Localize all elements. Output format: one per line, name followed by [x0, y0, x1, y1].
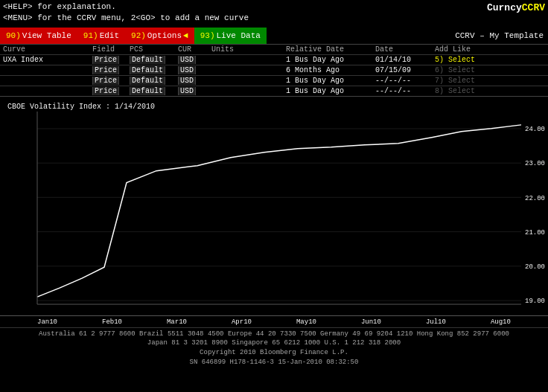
col-cur: CUR — [176, 45, 210, 54]
brand-ccrv: CCRV — [522, 2, 545, 13]
col-field: Field — [91, 45, 128, 54]
col-date: Date — [374, 45, 433, 54]
footer: Australia 61 2 9777 8600 Brazil 5511 304… — [0, 327, 548, 368]
tab-options[interactable]: 92) Options ◄ — [125, 28, 194, 44]
xaxis-may: May10 — [296, 318, 316, 326]
footer-row-2: Japan 81 3 3201 8900 Singapore 65 6212 1… — [3, 338, 545, 348]
svg-text:21.00: 21.00 — [525, 229, 545, 237]
brand: CurncyCCRV — [487, 1, 545, 15]
cell-select-1[interactable]: 5) Select — [433, 56, 485, 64]
svg-text:20.00: 20.00 — [525, 263, 545, 271]
cell-pcs-3: Default — [128, 77, 176, 85]
cell-date-4: --/--/-- — [374, 87, 433, 95]
cell-select-3[interactable]: 7) Select — [433, 77, 485, 85]
cell-reldate-3: 1 Bus Day Ago — [284, 77, 374, 85]
cell-reldate-1: 1 Bus Day Ago — [284, 56, 374, 64]
header-line2: <MENU> for the CCRV menu, 2<GO> to add a… — [3, 13, 545, 24]
tab-91-number: 91) — [83, 31, 98, 40]
tab-93-number: 93) — [200, 31, 215, 40]
tab-92-number: 92) — [131, 31, 146, 40]
table-header: Curve Field PCS CUR Units Relative Date … — [0, 44, 548, 54]
xaxis-jun: Jun10 — [361, 318, 381, 326]
col-rel-date: Relative Date — [284, 45, 374, 54]
tab-92-separator: ◄ — [183, 31, 188, 40]
svg-text:23.00: 23.00 — [525, 160, 545, 167]
xaxis-jan: Jan10 — [37, 318, 57, 326]
svg-text:19.00: 19.00 — [525, 298, 545, 305]
xaxis-feb: Feb10 — [102, 318, 122, 326]
cell-field-3: Price — [91, 77, 128, 85]
table-row: Price Default USD 6 Months Ago 07/15/09 … — [0, 65, 548, 75]
tab-92-label: Options — [147, 31, 182, 40]
cell-date-3: --/--/-- — [374, 77, 433, 85]
tab-edit[interactable]: 91) Edit — [77, 28, 125, 44]
cell-curve-1: UXA Index — [1, 56, 91, 64]
select-button-4[interactable]: 8) Select — [435, 87, 475, 95]
select-button-3[interactable]: 7) Select — [435, 77, 475, 85]
footer-row-3: Copyright 2010 Bloomberg Finance L.P. — [3, 348, 545, 358]
col-units: Units — [210, 45, 284, 54]
table-row: Price Default USD 1 Bus Day Ago --/--/--… — [0, 86, 548, 96]
cell-date-1: 01/14/10 — [374, 56, 433, 64]
xaxis-mar: Mar10 — [167, 318, 187, 326]
col-curve: Curve — [1, 45, 91, 54]
col-add-like: Add Like — [433, 45, 485, 54]
table-row: Price Default USD 1 Bus Day Ago --/--/--… — [0, 75, 548, 86]
cell-reldate-2: 6 Months Ago — [284, 66, 374, 74]
xaxis-bar: Jan10 Feb10 Mar10 Apr10 May10 Jun10 Jul1… — [0, 315, 548, 327]
cell-pcs-4: Default — [128, 87, 176, 95]
footer-row-1: Australia 61 2 9777 8600 Brazil 5511 304… — [3, 330, 545, 339]
tab-90-number: 90) — [6, 31, 21, 40]
col-pcs: PCS — [128, 45, 176, 54]
cell-cur-2: USD — [176, 66, 210, 74]
footer-row-4: SN 646899 H178-1146-3 15-Jan-2010 08:32:… — [3, 358, 545, 367]
tab-90-label: View Table — [22, 31, 71, 40]
brand-curncy: Curncy — [487, 2, 522, 13]
xaxis-apr: Apr10 — [232, 318, 252, 326]
cell-cur-1: USD — [176, 56, 210, 64]
tab-view-table[interactable]: 90) View Table — [0, 28, 77, 44]
cell-date-2: 07/15/09 — [374, 66, 433, 74]
cell-pcs-2: Default — [128, 66, 176, 74]
chart-svg: 19.00 20.00 21.00 22.00 23.00 24.00 — [0, 97, 548, 315]
xaxis-aug: Aug10 — [491, 318, 511, 326]
cell-cur-4: USD — [176, 87, 210, 95]
tab-bar: 90) View Table 91) Edit 92) Options ◄ 93… — [0, 28, 548, 44]
tab-91-label: Edit — [100, 31, 119, 40]
table-row: UXA Index Price Default USD 1 Bus Day Ag… — [0, 54, 548, 65]
tab-93-label: Live Data — [217, 31, 261, 40]
chart-area: CBOE Volatility Index : 1/14/2010 19.00 … — [0, 96, 548, 315]
cell-cur-3: USD — [176, 77, 210, 85]
cell-select-4[interactable]: 8) Select — [433, 87, 485, 95]
header-line1: <HELP> for explanation. — [3, 1, 545, 13]
cell-field-2: Price — [91, 66, 128, 74]
select-button-1[interactable]: 5) Select — [435, 56, 475, 64]
cell-pcs-1: Default — [128, 56, 176, 64]
select-button-2[interactable]: 6) Select — [435, 66, 475, 74]
cell-field-4: Price — [91, 87, 128, 95]
tab-bar-right: CCRV – My Template — [455, 31, 548, 40]
svg-text:24.00: 24.00 — [525, 126, 545, 133]
header: CurncyCCRV <HELP> for explanation. <MENU… — [0, 0, 548, 26]
tab-live-data[interactable]: 93) Live Data — [194, 28, 267, 44]
xaxis-jul: Jul10 — [426, 318, 446, 326]
cell-reldate-4: 1 Bus Day Ago — [284, 87, 374, 95]
cell-field-1: Price — [91, 56, 128, 64]
cell-select-2[interactable]: 6) Select — [433, 66, 485, 74]
svg-text:22.00: 22.00 — [525, 194, 545, 202]
